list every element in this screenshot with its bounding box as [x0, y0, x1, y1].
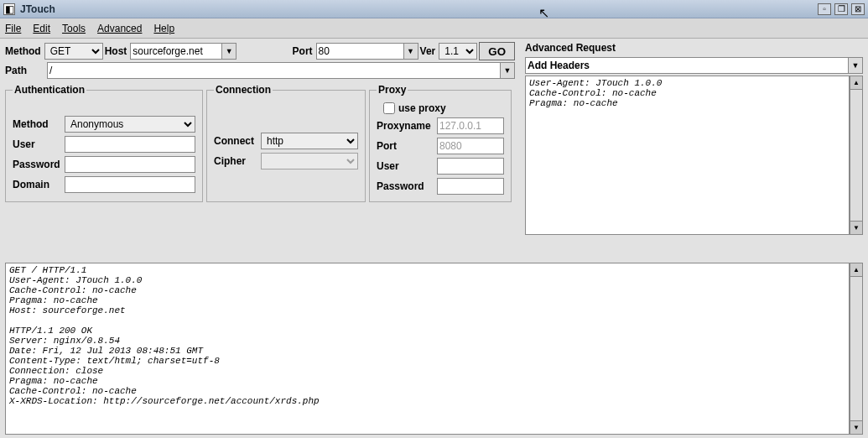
proxyname-label: Proxyname [377, 120, 437, 132]
headers-scrollbar[interactable]: ▲ ▼ [850, 76, 863, 235]
proxy-group: Proxy use proxy Proxyname Port User [369, 84, 512, 202]
proxy-user-label: User [377, 160, 437, 172]
cipher-label: Cipher [214, 155, 261, 167]
proxy-legend: Proxy [377, 84, 408, 96]
host-dropdown-icon[interactable]: ▼ [221, 43, 236, 60]
add-headers-select[interactable] [525, 57, 849, 74]
output-pane[interactable]: GET / HTTP/1.1 User-Agent: JTouch 1.0.0 … [5, 263, 850, 435]
window-title: JTouch [20, 3, 818, 15]
path-dropdown-icon[interactable]: ▼ [500, 62, 515, 79]
path-label: Path [5, 65, 42, 76]
auth-domain-label: Domain [13, 179, 65, 190]
port-input[interactable] [316, 43, 404, 60]
maximize-button[interactable]: ❐ [834, 3, 848, 15]
auth-group: Authentication Method Anonymous User Pas… [5, 84, 203, 202]
port-dropdown-icon[interactable]: ▼ [403, 43, 418, 60]
connect-label: Connect [214, 135, 261, 147]
menu-advanced[interactable]: Advanced [97, 23, 142, 34]
titlebar: ◧ JTouch ▫ ❐ ⊠ [0, 0, 868, 18]
auth-method-select[interactable]: Anonymous [65, 116, 195, 133]
host-label: Host [105, 45, 127, 57]
auth-legend: Authentication [13, 84, 86, 96]
menu-help[interactable]: Help [153, 23, 174, 34]
connection-group: Connection Connect http Cipher [206, 84, 366, 202]
auth-method-label: Method [13, 118, 65, 130]
ver-label: Ver [420, 45, 436, 57]
scroll-down-icon[interactable]: ▼ [850, 420, 862, 434]
proxy-password-input[interactable] [437, 178, 504, 195]
method-label: Method [5, 45, 41, 57]
ver-select[interactable]: 1.1 [439, 43, 477, 60]
proxy-password-label: Password [377, 180, 437, 192]
host-input[interactable] [130, 43, 222, 60]
use-proxy-label: use proxy [398, 102, 446, 114]
menubar: File Edit Tools Advanced Help [0, 18, 868, 39]
cipher-select[interactable] [261, 153, 358, 169]
menu-tools[interactable]: Tools [62, 23, 86, 34]
scroll-up-icon[interactable]: ▲ [850, 76, 862, 90]
headers-textarea[interactable]: User-Agent: JTouch 1.0.0 Cache-Control: … [525, 76, 850, 235]
add-headers-dropdown-icon[interactable]: ▼ [848, 57, 863, 74]
proxy-user-input[interactable] [437, 158, 504, 175]
auth-user-label: User [13, 138, 65, 150]
conn-legend: Connection [214, 84, 273, 96]
scroll-up-icon[interactable]: ▲ [850, 263, 862, 277]
proxy-port-input[interactable] [437, 138, 504, 154]
app-icon: ◧ [3, 3, 15, 15]
menu-file[interactable]: File [5, 23, 21, 34]
advanced-request-title: Advanced Request [525, 42, 863, 54]
proxyname-input[interactable] [437, 117, 504, 134]
auth-user-input[interactable] [65, 136, 195, 153]
auth-password-input[interactable] [65, 156, 195, 173]
go-button[interactable]: GO [479, 42, 515, 60]
auth-domain-input[interactable] [65, 176, 195, 193]
auth-password-label: Password [13, 159, 65, 170]
connect-select[interactable]: http [261, 133, 358, 149]
scroll-down-icon[interactable]: ▼ [850, 221, 862, 234]
output-scrollbar[interactable]: ▲ ▼ [850, 263, 863, 435]
method-select[interactable]: GET [44, 43, 103, 60]
use-proxy-checkbox[interactable] [383, 102, 395, 114]
close-button[interactable]: ⊠ [851, 3, 865, 15]
port-label: Port [293, 45, 313, 57]
proxy-port-label: Port [377, 140, 437, 152]
path-input[interactable] [47, 62, 501, 79]
menu-edit[interactable]: Edit [33, 23, 50, 34]
iconify-button[interactable]: ▫ [818, 3, 831, 15]
